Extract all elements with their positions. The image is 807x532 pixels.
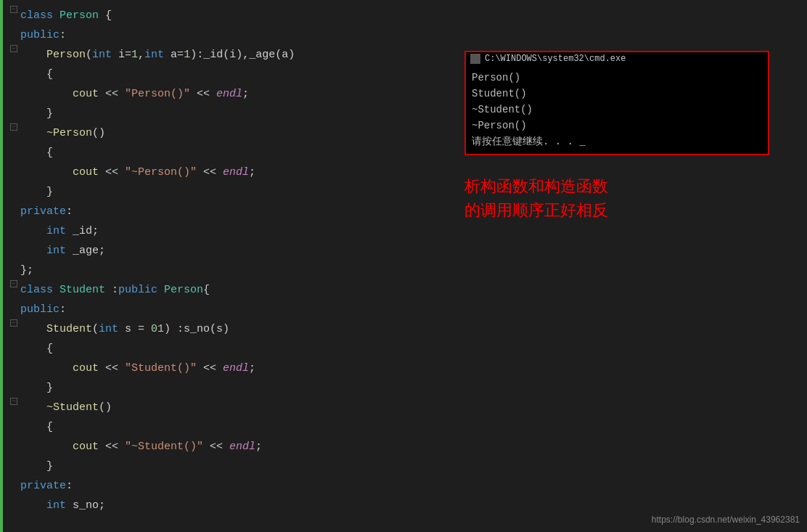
collapse-icon[interactable]: − [10,398,17,405]
line-gutter: − [3,398,20,405]
code-line: } [0,378,457,398]
line-content: Student(int s = 01) :s_no(s) [20,319,457,339]
line-content: Person(int i=1,int a=1):_id(i),_age(a) [20,45,457,65]
line-content: { [20,339,457,359]
line-gutter: − [3,6,20,13]
line-content: private: [20,202,457,221]
line-content: int _age; [20,241,457,261]
right-panel: C:\WINDOWS\system32\cmd.exe Person()Stud… [457,0,807,532]
cmd-prompt: 请按任意键继续. . . _ [472,134,762,150]
code-line: private: [0,202,457,221]
code-line: { [0,417,457,437]
code-line: int _id; [0,221,457,241]
collapse-icon[interactable]: − [10,123,17,131]
line-content: } [20,457,457,476]
annotation-line2: 的调用顺序正好相反 [464,198,608,222]
code-line: cout << "Person()" << endl; [0,84,457,104]
code-editor: −class Person {public:−Person(int i=1,in… [0,0,457,532]
line-content: } [20,378,457,398]
line-gutter: − [3,280,20,287]
line-content: class Person { [20,6,457,25]
collapse-icon[interactable]: − [10,6,17,13]
cmd-icon [470,54,480,64]
cmd-output-line: ~Person() [472,118,762,134]
annotation-line1: 析构函数和构造函数 [464,174,608,198]
line-content: class Student :public Person{ [20,280,457,300]
line-content: } [20,104,457,123]
code-line: −~Student() [0,398,457,417]
code-line: public: [0,300,457,319]
code-line: { [0,339,457,359]
line-content: public: [20,300,457,319]
line-gutter: − [3,319,20,327]
line-gutter: − [3,45,20,52]
code-line: int s_no; [0,496,457,515]
code-line: } [0,104,457,123]
cmd-body: Person()Student()~Student()~Person()请按任意… [466,65,768,154]
code-line: { [0,143,457,163]
code-line: cout << "~Person()" << endl; [0,163,457,182]
collapse-icon[interactable]: − [10,45,17,52]
cmd-output-line: Student() [472,86,762,102]
line-content: cout << "Student()" << endl; [20,359,457,378]
line-content: ~Person() [20,123,457,143]
line-content: } [20,182,457,202]
code-line: }; [0,261,457,280]
code-line: } [0,182,457,202]
line-content: private: [20,476,457,496]
code-line: −Student(int s = 01) :s_no(s) [0,319,457,339]
code-line: int _age; [0,241,457,261]
code-line: −Person(int i=1,int a=1):_id(i),_age(a) [0,45,457,65]
cmd-output-line: ~Student() [472,102,762,118]
line-content: int s_no; [20,496,457,515]
cmd-window: C:\WINDOWS\system32\cmd.exe Person()Stud… [464,51,769,155]
code-area: −class Person {public:−Person(int i=1,in… [0,0,457,521]
collapse-icon[interactable]: − [10,319,17,327]
line-content: { [20,65,457,84]
line-content: cout << "~Person()" << endl; [20,163,457,182]
line-content: { [20,417,457,437]
cmd-title: C:\WINDOWS\system32\cmd.exe [485,54,626,64]
line-content: ~Student() [20,398,457,417]
code-line: public: [0,25,457,45]
line-content: cout << "~Student()" << endl; [20,437,457,457]
line-content: }; [20,261,457,280]
code-line: } [0,457,457,476]
line-content: { [20,143,457,163]
line-content: int _id; [20,221,457,241]
cmd-titlebar: C:\WINDOWS\system32\cmd.exe [466,52,768,65]
code-line: −class Student :public Person{ [0,280,457,300]
code-line: private: [0,476,457,496]
cmd-output-line: Person() [472,70,762,86]
code-line: −~Person() [0,123,457,143]
code-line: cout << "~Student()" << endl; [0,437,457,457]
annotation-text: 析构函数和构造函数 的调用顺序正好相反 [464,174,608,222]
code-line: { [0,65,457,84]
line-gutter: − [3,123,20,131]
code-line: cout << "Student()" << endl; [0,359,457,378]
line-content: public: [20,25,457,45]
code-line: −class Person { [0,6,457,25]
collapse-icon[interactable]: − [10,280,17,287]
line-content: cout << "Person()" << endl; [20,84,457,104]
url-text: https://blog.csdn.net/weixin_43962381 [652,515,800,525]
